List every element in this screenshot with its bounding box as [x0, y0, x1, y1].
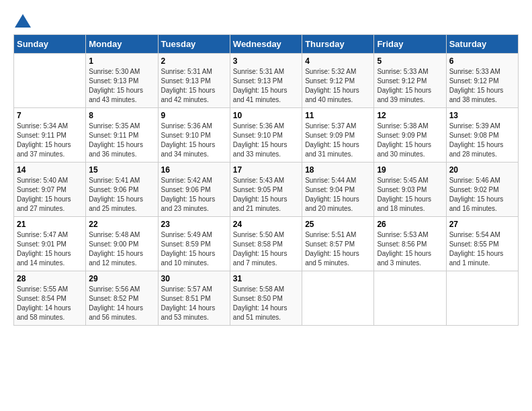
calendar-cell: 20Sunrise: 5:46 AMSunset: 9:02 PMDayligh… [446, 163, 518, 217]
calendar-cell: 2Sunrise: 5:31 AMSunset: 9:13 PMDaylight… [158, 54, 230, 108]
calendar-week-row: 1Sunrise: 5:30 AMSunset: 9:13 PMDaylight… [14, 54, 519, 108]
calendar-cell: 29Sunrise: 5:56 AMSunset: 8:52 PMDayligh… [86, 271, 158, 326]
day-number: 3 [233, 56, 299, 66]
calendar-cell [446, 271, 518, 326]
day-number: 16 [161, 165, 227, 175]
calendar-cell: 21Sunrise: 5:47 AMSunset: 9:01 PMDayligh… [14, 217, 86, 271]
calendar-cell: 25Sunrise: 5:51 AMSunset: 8:57 PMDayligh… [302, 217, 374, 271]
column-header-sunday: Sunday [14, 35, 86, 54]
calendar-cell: 5Sunrise: 5:33 AMSunset: 9:12 PMDaylight… [374, 54, 446, 108]
column-header-thursday: Thursday [302, 35, 374, 54]
day-info: Sunrise: 5:58 AMSunset: 8:50 PMDaylight:… [233, 285, 299, 322]
day-number: 5 [377, 56, 443, 66]
calendar-header-row: SundayMondayTuesdayWednesdayThursdayFrid… [14, 35, 519, 54]
page-header [13, 13, 519, 28]
calendar-cell: 19Sunrise: 5:45 AMSunset: 9:03 PMDayligh… [374, 163, 446, 217]
calendar-week-row: 14Sunrise: 5:40 AMSunset: 9:07 PMDayligh… [14, 163, 519, 217]
day-info: Sunrise: 5:54 AMSunset: 8:55 PMDaylight:… [449, 230, 515, 268]
column-header-wednesday: Wednesday [230, 35, 302, 54]
day-number: 12 [377, 111, 443, 120]
day-number: 26 [377, 220, 443, 229]
day-number: 17 [233, 165, 299, 175]
calendar-cell: 17Sunrise: 5:43 AMSunset: 9:05 PMDayligh… [230, 163, 302, 217]
day-number: 23 [161, 220, 227, 229]
calendar-body: 1Sunrise: 5:30 AMSunset: 9:13 PMDaylight… [14, 54, 519, 326]
calendar-cell: 15Sunrise: 5:41 AMSunset: 9:06 PMDayligh… [86, 163, 158, 217]
day-info: Sunrise: 5:31 AMSunset: 9:13 PMDaylight:… [233, 67, 299, 105]
day-info: Sunrise: 5:36 AMSunset: 9:10 PMDaylight:… [233, 122, 299, 159]
column-header-monday: Monday [86, 35, 158, 54]
calendar-cell: 7Sunrise: 5:34 AMSunset: 9:11 PMDaylight… [14, 108, 86, 163]
day-info: Sunrise: 5:55 AMSunset: 8:54 PMDaylight:… [17, 285, 83, 322]
calendar-cell: 14Sunrise: 5:40 AMSunset: 9:07 PMDayligh… [14, 163, 86, 217]
day-info: Sunrise: 5:36 AMSunset: 9:10 PMDaylight:… [161, 122, 227, 159]
column-header-saturday: Saturday [446, 35, 518, 54]
day-number: 19 [377, 165, 443, 175]
day-info: Sunrise: 5:42 AMSunset: 9:06 PMDaylight:… [161, 176, 227, 214]
calendar-cell: 13Sunrise: 5:39 AMSunset: 9:08 PMDayligh… [446, 108, 518, 163]
calendar-cell: 6Sunrise: 5:33 AMSunset: 9:12 PMDaylight… [446, 54, 518, 108]
day-number: 2 [161, 56, 227, 66]
day-info: Sunrise: 5:47 AMSunset: 9:01 PMDaylight:… [17, 230, 83, 268]
calendar-week-row: 7Sunrise: 5:34 AMSunset: 9:11 PMDaylight… [14, 108, 519, 163]
calendar-cell: 30Sunrise: 5:57 AMSunset: 8:51 PMDayligh… [158, 271, 230, 326]
calendar-cell: 3Sunrise: 5:31 AMSunset: 9:13 PMDaylight… [230, 54, 302, 108]
day-info: Sunrise: 5:46 AMSunset: 9:02 PMDaylight:… [449, 176, 515, 214]
day-info: Sunrise: 5:44 AMSunset: 9:04 PMDaylight:… [305, 176, 371, 214]
calendar-cell: 22Sunrise: 5:48 AMSunset: 9:00 PMDayligh… [86, 217, 158, 271]
calendar-cell: 16Sunrise: 5:42 AMSunset: 9:06 PMDayligh… [158, 163, 230, 217]
day-number: 6 [449, 56, 515, 66]
day-info: Sunrise: 5:43 AMSunset: 9:05 PMDaylight:… [233, 176, 299, 214]
day-number: 28 [17, 274, 83, 283]
day-info: Sunrise: 5:51 AMSunset: 8:57 PMDaylight:… [305, 230, 371, 268]
day-number: 27 [449, 220, 515, 229]
day-number: 18 [305, 165, 371, 175]
calendar-table: SundayMondayTuesdayWednesdayThursdayFrid… [13, 34, 519, 326]
calendar-cell: 8Sunrise: 5:35 AMSunset: 9:11 PMDaylight… [86, 108, 158, 163]
day-number: 29 [89, 274, 154, 283]
calendar-cell: 18Sunrise: 5:44 AMSunset: 9:04 PMDayligh… [302, 163, 374, 217]
calendar-week-row: 28Sunrise: 5:55 AMSunset: 8:54 PMDayligh… [14, 271, 519, 326]
day-number: 22 [89, 220, 154, 229]
day-info: Sunrise: 5:49 AMSunset: 8:59 PMDaylight:… [161, 230, 227, 268]
day-info: Sunrise: 5:33 AMSunset: 9:12 PMDaylight:… [377, 67, 443, 105]
calendar-cell: 28Sunrise: 5:55 AMSunset: 8:54 PMDayligh… [14, 271, 86, 326]
svg-marker-0 [15, 14, 31, 28]
day-number: 31 [233, 274, 299, 283]
day-info: Sunrise: 5:34 AMSunset: 9:11 PMDaylight:… [17, 122, 83, 159]
day-info: Sunrise: 5:30 AMSunset: 9:13 PMDaylight:… [89, 67, 154, 105]
day-number: 30 [161, 274, 227, 283]
column-header-tuesday: Tuesday [158, 35, 230, 54]
day-info: Sunrise: 5:50 AMSunset: 8:58 PMDaylight:… [233, 230, 299, 268]
day-info: Sunrise: 5:31 AMSunset: 9:13 PMDaylight:… [161, 67, 227, 105]
logo-icon [15, 14, 31, 28]
day-info: Sunrise: 5:56 AMSunset: 8:52 PMDaylight:… [89, 285, 154, 322]
calendar-cell [302, 271, 374, 326]
day-info: Sunrise: 5:32 AMSunset: 9:12 PMDaylight:… [305, 67, 371, 105]
day-number: 13 [449, 111, 515, 120]
day-number: 15 [89, 165, 154, 175]
day-info: Sunrise: 5:40 AMSunset: 9:07 PMDaylight:… [17, 176, 83, 214]
day-info: Sunrise: 5:38 AMSunset: 9:09 PMDaylight:… [377, 122, 443, 159]
day-number: 8 [89, 111, 154, 120]
calendar-cell [374, 271, 446, 326]
day-info: Sunrise: 5:35 AMSunset: 9:11 PMDaylight:… [89, 122, 154, 159]
calendar-cell [14, 54, 86, 108]
day-number: 14 [17, 165, 83, 175]
day-number: 10 [233, 111, 299, 120]
day-number: 11 [305, 111, 371, 120]
day-info: Sunrise: 5:48 AMSunset: 9:00 PMDaylight:… [89, 230, 154, 268]
day-number: 9 [161, 111, 227, 120]
calendar-week-row: 21Sunrise: 5:47 AMSunset: 9:01 PMDayligh… [14, 217, 519, 271]
calendar-cell: 4Sunrise: 5:32 AMSunset: 9:12 PMDaylight… [302, 54, 374, 108]
day-info: Sunrise: 5:39 AMSunset: 9:08 PMDaylight:… [449, 122, 515, 159]
calendar-cell: 24Sunrise: 5:50 AMSunset: 8:58 PMDayligh… [230, 217, 302, 271]
calendar-cell: 31Sunrise: 5:58 AMSunset: 8:50 PMDayligh… [230, 271, 302, 326]
calendar-cell: 23Sunrise: 5:49 AMSunset: 8:59 PMDayligh… [158, 217, 230, 271]
logo [13, 13, 31, 28]
day-number: 25 [305, 220, 371, 229]
day-info: Sunrise: 5:57 AMSunset: 8:51 PMDaylight:… [161, 285, 227, 322]
day-info: Sunrise: 5:45 AMSunset: 9:03 PMDaylight:… [377, 176, 443, 214]
day-number: 1 [89, 56, 154, 66]
calendar-cell: 26Sunrise: 5:53 AMSunset: 8:56 PMDayligh… [374, 217, 446, 271]
